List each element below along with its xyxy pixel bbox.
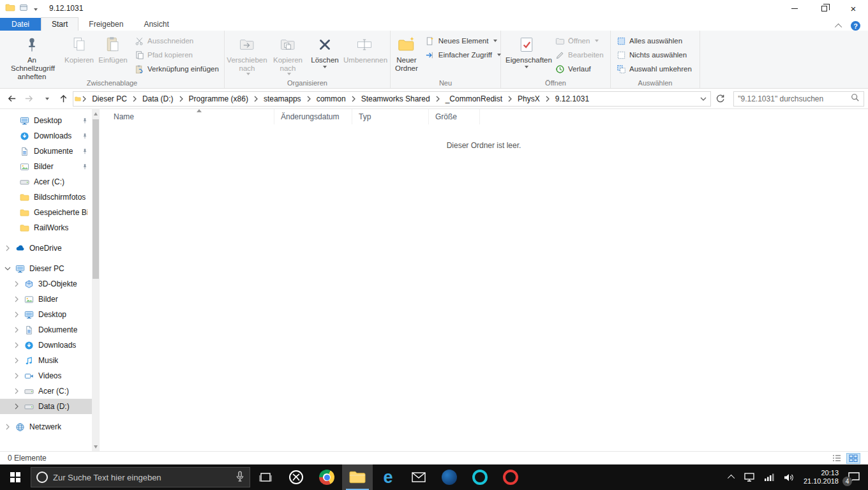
chevron-right-icon[interactable] — [13, 388, 20, 394]
chevron-down-icon[interactable] — [4, 266, 11, 271]
tab-ansicht[interactable]: Ansicht — [133, 18, 179, 31]
sidebar-item-bildschirmfotos[interactable]: Bildschirmfotos — [0, 189, 100, 205]
column-header-type[interactable]: Typ — [352, 109, 429, 124]
address-breadcrumb-bar[interactable]: Dieser PC Data (D:) Programme (x86) stea… — [73, 91, 711, 107]
taskbar-app-red[interactable] — [495, 464, 526, 490]
paste-shortcut-button[interactable]: Verknüpfung einfügen — [130, 62, 223, 76]
taskbar-app-mail[interactable] — [403, 464, 434, 490]
sidebar-item-pictures-qa[interactable]: Bilder — [0, 159, 100, 174]
taskbar-search[interactable] — [31, 467, 250, 487]
action-center-button[interactable]: 4 — [844, 464, 868, 490]
sidebar-item-gespeicherte-bilder[interactable]: Gespeicherte Bilder — [0, 205, 100, 220]
sidebar-item-data-d[interactable]: Data (D:) — [0, 399, 100, 414]
sidebar-item-desktop-qa[interactable]: Desktop — [0, 113, 100, 128]
breadcrumb-item[interactable]: 9.12.1031 — [551, 92, 594, 106]
minimize-ribbon-icon[interactable] — [837, 22, 842, 31]
sidebar-item-documents-qa[interactable]: Dokumente — [0, 144, 100, 159]
forward-button[interactable] — [21, 91, 37, 107]
sidebar-item-desktop[interactable]: Desktop — [0, 307, 100, 322]
paste-button[interactable]: Einfügen — [96, 33, 130, 66]
tray-expand-chevron-icon[interactable] — [725, 464, 739, 490]
cut-button[interactable]: Ausschneiden — [130, 34, 223, 48]
copy-path-button[interactable]: Pfad kopieren — [130, 48, 223, 62]
invert-selection-button[interactable]: Auswahl umkehren — [612, 62, 696, 76]
tab-freigeben[interactable]: Freigeben — [79, 18, 133, 31]
large-icons-view-button[interactable] — [846, 453, 860, 464]
sidebar-scrollbar[interactable] — [92, 109, 100, 451]
sidebar-item-downloads-qa[interactable]: Downloads — [0, 128, 100, 144]
search-input[interactable] — [738, 94, 851, 103]
breadcrumb-item[interactable]: _CommonRedist — [441, 92, 507, 106]
sidebar-item-acer-c[interactable]: Acer (C:) — [0, 383, 100, 399]
history-button[interactable]: Verlauf — [551, 62, 608, 76]
open-button[interactable]: Öffnen — [551, 34, 608, 48]
signal-icon[interactable] — [760, 464, 779, 490]
chevron-right-icon[interactable] — [4, 424, 11, 430]
sidebar-item-onedrive[interactable]: OneDrive — [0, 241, 100, 256]
taskbar-app-chrome[interactable] — [311, 464, 342, 490]
chevron-right-icon[interactable] — [4, 245, 11, 251]
tab-start[interactable]: Start — [41, 17, 79, 31]
easy-access-button[interactable]: Einfacher Zugriff — [421, 48, 505, 62]
scroll-up-icon[interactable] — [92, 109, 100, 118]
search-icon[interactable] — [851, 93, 860, 104]
new-folder-button[interactable]: Neuer Ordner — [392, 33, 421, 74]
sidebar-item-bilder[interactable]: Bilder — [0, 292, 100, 307]
scroll-down-icon[interactable] — [92, 442, 100, 451]
column-header-name[interactable]: Name — [107, 109, 274, 124]
start-button[interactable] — [0, 464, 31, 490]
move-to-button[interactable]: Verschieben nach — [226, 33, 268, 77]
delete-button[interactable]: Löschen — [308, 33, 342, 70]
edit-button[interactable]: Bearbeiten — [551, 48, 608, 62]
chevron-right-icon[interactable] — [13, 373, 20, 379]
scrollbar-thumb[interactable] — [93, 119, 99, 279]
sidebar-item-musik[interactable]: Musik — [0, 353, 100, 368]
column-header-size[interactable]: Größe — [429, 109, 480, 124]
refresh-button[interactable] — [712, 91, 728, 107]
sidebar-item-acer-c-qa[interactable]: Acer (C:) — [0, 174, 100, 189]
sidebar-item-videos[interactable]: Videos — [0, 368, 100, 383]
select-all-button[interactable]: Alles auswählen — [612, 34, 696, 48]
taskbar-app-explorer[interactable] — [342, 464, 373, 490]
address-dropdown-chevron-icon[interactable] — [700, 94, 707, 103]
rename-button[interactable]: Umbenennen — [342, 33, 387, 66]
properties-button[interactable]: Eigenschaften — [502, 33, 551, 70]
qat-customize-chevron-icon[interactable] — [32, 4, 38, 13]
taskbar-app-teal[interactable] — [465, 464, 495, 490]
sidebar-item-dokumente[interactable]: Dokumente — [0, 322, 100, 338]
new-item-button[interactable]: Neues Element — [421, 34, 505, 48]
taskbar-clock[interactable]: 20:13 21.10.2018 — [798, 469, 844, 486]
volume-icon[interactable] — [779, 464, 798, 490]
sidebar-item-downloads[interactable]: Downloads — [0, 338, 100, 353]
details-view-button[interactable] — [830, 453, 844, 464]
chevron-right-icon[interactable] — [13, 327, 20, 333]
sidebar-item-3d-objekte[interactable]: 3D-Objekte — [0, 276, 100, 292]
breadcrumb-item[interactable]: Dieser PC — [87, 92, 131, 106]
chevron-right-icon[interactable] — [13, 403, 20, 410]
sidebar-item-dieser-pc[interactable]: Dieser PC — [0, 261, 100, 276]
qat-button-icon[interactable] — [19, 3, 28, 14]
help-icon[interactable]: ? — [851, 21, 860, 31]
breadcrumb-item[interactable]: Steamworks Shared — [357, 92, 435, 106]
copy-to-button[interactable]: Kopieren nach — [268, 33, 308, 77]
breadcrumb-item[interactable]: steamapps — [259, 92, 306, 106]
back-button[interactable] — [4, 91, 20, 107]
chevron-right-icon[interactable] — [13, 296, 20, 302]
ethernet-icon[interactable] — [739, 464, 760, 490]
microphone-icon[interactable] — [236, 471, 244, 484]
sidebar-item-netzwerk[interactable]: Netzwerk — [0, 419, 100, 434]
copy-button[interactable]: Kopieren — [63, 33, 96, 66]
taskbar-app-steam[interactable] — [434, 464, 465, 490]
chevron-right-icon[interactable] — [13, 311, 20, 318]
task-view-button[interactable] — [250, 464, 281, 490]
breadcrumb-item[interactable]: Data (D:) — [138, 92, 178, 106]
sidebar-item-railworks[interactable]: RailWorks — [0, 220, 100, 235]
pin-to-quick-access-button[interactable]: An Schnellzugriff anheften — [1, 33, 63, 82]
chevron-right-icon[interactable] — [13, 357, 20, 364]
recent-locations-chevron-icon[interactable] — [38, 91, 54, 107]
taskbar-app-xbox[interactable] — [281, 464, 311, 490]
breadcrumb-item[interactable]: common — [312, 92, 350, 106]
breadcrumb-item[interactable]: Programme (x86) — [184, 92, 253, 106]
chevron-right-icon[interactable] — [13, 281, 20, 287]
taskbar-search-input[interactable] — [53, 473, 230, 482]
